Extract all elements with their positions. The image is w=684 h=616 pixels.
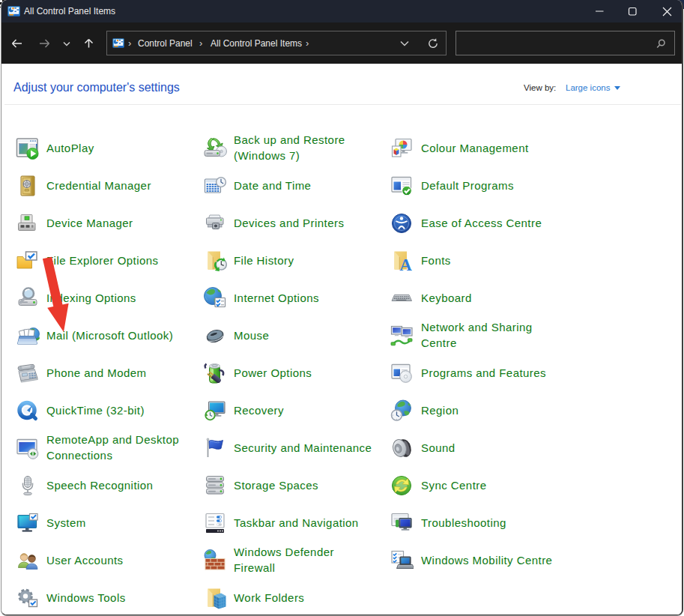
svg-text:A: A	[399, 256, 412, 274]
